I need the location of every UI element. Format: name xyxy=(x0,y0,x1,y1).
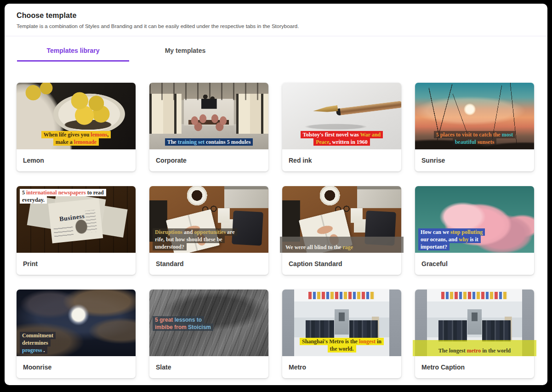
page-subtitle: Template is a combination of Styles and … xyxy=(17,23,535,29)
template-card-redink[interactable]: Tolstoy's first novel was War andPeace, … xyxy=(282,83,401,171)
tab-my-templates[interactable]: My templates xyxy=(129,43,241,62)
caption-segment: and xyxy=(182,229,194,235)
choose-template-dialog: Choose template Template is a combinatio… xyxy=(5,4,547,385)
caption-line: Disruptions and opportunities are xyxy=(153,228,237,236)
caption-line: beautiful sunsets xyxy=(453,138,497,146)
template-name-label: Red ink xyxy=(282,149,401,171)
caption-segment: our oceans, and xyxy=(421,236,459,243)
caption-segment: imbibe from xyxy=(155,324,188,330)
caption-segment: lemons xyxy=(91,131,107,138)
template-thumbnail: How can we stop pollutingour oceans, and… xyxy=(415,186,534,253)
template-card-sunrise[interactable]: 5 places to visit to catch the mostbeaut… xyxy=(415,83,534,171)
caption-line: Commitment xyxy=(20,332,56,339)
caption-line: progress . xyxy=(20,347,47,354)
caption-segment: , xyxy=(107,131,108,138)
caption-line: 5 international newspapers to read xyxy=(20,189,106,196)
template-name-label: Lemon xyxy=(17,149,136,171)
caption-line: make a lemonade xyxy=(53,138,99,146)
caption-line: We were all blind to the rage xyxy=(283,244,355,251)
template-thumbnail: 5 places to visit to catch the mostbeaut… xyxy=(415,83,534,149)
template-name-label: Caption Standard xyxy=(282,253,401,275)
template-thumbnail: We were all blind to the rage xyxy=(282,186,401,253)
template-name-label: Standard xyxy=(149,253,268,275)
caption-line: When life gives you lemons, xyxy=(41,131,111,138)
template-caption-overlay: Tolstoy's first novel was War andPeace, … xyxy=(282,131,401,146)
caption-segment: make a xyxy=(56,139,74,145)
template-card-graceful[interactable]: How can we stop pollutingour oceans, and… xyxy=(415,186,534,275)
template-card-moonrise[interactable]: Commitmentdeterminesprogress . Moonrise xyxy=(17,290,136,378)
caption-line: important? xyxy=(418,243,450,250)
template-thumbnail: 5 great lessons toimbibe from Stoicism xyxy=(149,290,268,356)
caption-segment: most xyxy=(502,131,513,138)
caption-segment: the world. xyxy=(330,346,354,352)
caption-line: imbibe from Stoicism xyxy=(153,324,213,331)
caption-segment: important? xyxy=(421,244,447,250)
template-card-metro[interactable]: Shanghai's Metro is the longest inthe wo… xyxy=(282,290,401,378)
caption-segment: training set xyxy=(178,139,205,145)
caption-segment: The longest xyxy=(438,347,467,354)
template-grid: When life gives you lemons,make a lemona… xyxy=(5,62,547,378)
caption-segment: sunsets xyxy=(476,139,495,145)
caption-segment: why xyxy=(459,236,468,243)
template-thumbnail: The training set contains 5 modules xyxy=(149,83,268,149)
dialog-header: Choose template Template is a combinatio… xyxy=(5,4,547,36)
caption-segment: We were all blind to the xyxy=(285,244,342,250)
caption-segment: opportunities xyxy=(194,229,226,235)
caption-segment: understood? xyxy=(155,244,184,250)
template-caption-overlay: The longest metro in the world xyxy=(413,340,536,356)
template-card-metro-caption[interactable]: The longest metro in the world Metro Cap… xyxy=(415,290,534,378)
caption-line: The longest metro in the world xyxy=(436,347,513,354)
caption-line: everyday. xyxy=(20,196,47,204)
template-thumbnail: When life gives you lemons,make a lemona… xyxy=(17,83,136,149)
template-name-label: Moonrise xyxy=(17,356,136,378)
template-caption-overlay: The training set contains 5 modules xyxy=(149,138,268,146)
caption-line: rife, but how should these be xyxy=(153,236,225,243)
template-thumbnail: Tolstoy's first novel was War andPeace, … xyxy=(282,83,401,149)
caption-segment: in the world xyxy=(481,347,511,354)
caption-segment: 5 great xyxy=(155,317,175,323)
caption-segment: rage xyxy=(342,244,353,250)
caption-segment: stop polluting xyxy=(450,229,483,235)
caption-segment: everyday. xyxy=(22,197,45,203)
template-card-slate[interactable]: 5 great lessons toimbibe from Stoicism S… xyxy=(149,290,268,378)
template-caption-overlay: Shanghai's Metro is the longest inthe wo… xyxy=(282,338,401,352)
caption-segment: lemonade xyxy=(74,139,97,145)
template-card-print[interactable]: 5 international newspapers to readeveryd… xyxy=(17,186,136,275)
caption-line: our oceans, and why is it xyxy=(418,236,481,243)
caption-segment: 5 places to visit to catch the xyxy=(436,131,502,138)
caption-segment: are xyxy=(226,229,234,235)
caption-segment: When life gives you xyxy=(44,131,91,138)
caption-segment: War and xyxy=(360,131,381,138)
page-title: Choose template xyxy=(17,11,535,20)
template-card-caption-standard[interactable]: We were all blind to the rage Caption St… xyxy=(282,186,401,275)
template-caption-overlay: 5 places to visit to catch the mostbeaut… xyxy=(415,131,534,146)
tab-templates-library[interactable]: Templates library xyxy=(17,43,129,62)
caption-segment: . xyxy=(42,347,45,353)
screen: { "header": { "title": "Choose template"… xyxy=(0,0,552,392)
template-caption-overlay: How can we stop pollutingour oceans, and… xyxy=(418,228,485,250)
tab-bar: Templates library My templates xyxy=(5,43,547,62)
template-card-standard[interactable]: Disruptions and opportunities arerife, b… xyxy=(149,186,268,275)
caption-segment: , written in 1960 xyxy=(329,139,367,145)
caption-segment: Commitment xyxy=(22,332,53,339)
caption-line: 5 great lessons to xyxy=(153,316,204,324)
template-name-label: Slate xyxy=(149,356,268,378)
template-card-lemon[interactable]: When life gives you lemons,make a lemona… xyxy=(17,83,136,171)
template-caption-overlay: Disruptions and opportunities arerife, b… xyxy=(153,228,237,250)
template-caption-overlay: When life gives you lemons,make a lemona… xyxy=(17,131,136,146)
caption-segment: 5 xyxy=(22,189,26,196)
caption-line: understood? xyxy=(153,243,187,250)
template-caption-overlay: 5 great lessons toimbibe from Stoicism xyxy=(153,316,213,331)
template-caption-overlay: Commitmentdeterminesprogress . xyxy=(20,332,56,354)
caption-segment: Peace xyxy=(316,139,329,145)
template-thumbnail: The longest metro in the world xyxy=(415,290,534,356)
template-thumbnail: Disruptions and opportunities arerife, b… xyxy=(149,186,268,253)
caption-segment: beautiful xyxy=(455,139,476,145)
caption-segment: Tolstoy's first novel was xyxy=(303,131,360,138)
caption-segment: lessons to xyxy=(175,317,202,323)
caption-line: How can we stop polluting xyxy=(418,228,485,236)
template-name-label: Metro xyxy=(282,356,401,378)
caption-segment: determines xyxy=(22,340,48,346)
template-card-corporate[interactable]: The training set contains 5 modules Corp… xyxy=(149,83,268,171)
template-caption-overlay: 5 international newspapers to readeveryd… xyxy=(20,189,106,204)
